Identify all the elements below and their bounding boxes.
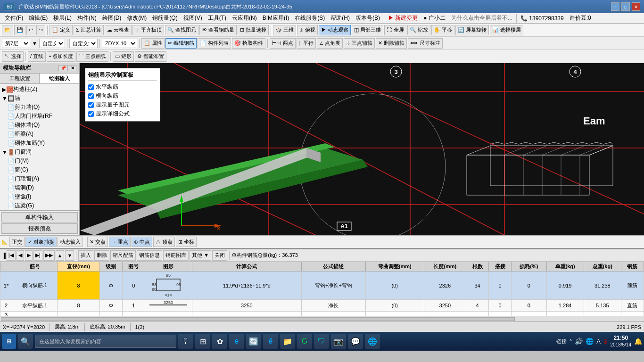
btn-component-list[interactable]: 📄 构件列表 [198, 38, 231, 49]
tree-item[interactable]: 📄 砌体加筋(Y) [1, 139, 78, 148]
tab-project-settings[interactable]: 工程设置 [0, 74, 40, 83]
btn-del-axis[interactable]: ✕ 删除辅轴 [376, 38, 407, 49]
btn-redo[interactable]: ↪ [36, 25, 45, 35]
checkbox-transverse-rebar[interactable]: 横向纵筋 [88, 91, 157, 100]
tree-item[interactable]: 📄 门联窗(A) [1, 174, 78, 183]
table-scrollbar[interactable] [0, 316, 644, 321]
taskbar-icon-shield[interactable]: 🛡 [314, 334, 329, 349]
btn-first[interactable]: |◀ [7, 250, 16, 261]
line-def-select[interactable]: 自定义线 [69, 39, 98, 48]
taskbar-icon-sync[interactable]: 🔄 [246, 334, 261, 349]
btn-local-3d[interactable]: ◫ 局部三维 [352, 25, 383, 35]
scrollbar-thumb[interactable] [1, 317, 515, 321]
btn-cloud-check[interactable]: ☁ 云检查 [105, 25, 132, 35]
btn-dim-mark[interactable]: ⟺ 尺寸标注 [408, 38, 442, 49]
tree-item[interactable]: 📄 门(M) [1, 156, 78, 165]
minimize-button[interactable]: ─ [611, 2, 619, 11]
tray-volume[interactable]: 🔊 [575, 337, 583, 345]
tray-lang-s[interactable]: S [603, 338, 608, 345]
taskbar-icon-mic[interactable]: 🎙 [178, 334, 193, 349]
btn-play[interactable]: ▶ [25, 250, 33, 261]
floor-select[interactable]: 第7层 [2, 39, 30, 48]
tree-item[interactable]: 📄 壁龛(I) [1, 192, 78, 201]
taskbar-icon-chat[interactable]: 💬 [348, 334, 363, 349]
btn-calc[interactable]: Σ 汇总计算 [74, 25, 104, 35]
code-select[interactable]: ZDYX-10 [102, 39, 137, 48]
panel-pin-btn[interactable]: 📌 [58, 65, 68, 71]
btn-dynamic-input[interactable]: 动态输入 [58, 237, 83, 247]
btn-report-preview[interactable]: 报表预览 [1, 223, 78, 234]
btn-snap-endpoint[interactable]: △ 顶点 [153, 237, 175, 247]
btn-select-floor[interactable]: 📊 选择楼层 [490, 25, 523, 35]
menu-edit[interactable]: 编辑(E) [26, 13, 50, 23]
tray-link[interactable]: 链接 [556, 338, 567, 345]
btn-two-point[interactable]: ⊢⊣ 两点 [270, 38, 296, 49]
data-table-wrap[interactable]: 筋号 直径(mm) 级别 图号 图形 计算公式 公式描述 弯曲调整(mm) 长度… [0, 262, 644, 316]
tree-item[interactable]: 📄 人防门框墙(RF [1, 112, 78, 121]
taskbar-icon-camera[interactable]: 📷 [331, 334, 346, 349]
btn-pick-component[interactable]: 🎯 拾取构件 [232, 38, 265, 49]
menu-cloud[interactable]: 云应用(N) [229, 13, 260, 23]
btn-prev[interactable]: ◀ [17, 250, 24, 261]
custom-select[interactable]: 自定义 [39, 39, 65, 48]
tree-item[interactable]: 📄 窗(C) [1, 165, 78, 174]
btn-3d[interactable]: 🎲 三维 [273, 25, 296, 35]
btn-parallel[interactable]: ∥ 平行 [297, 38, 316, 49]
menu-component[interactable]: 构件(N) [74, 13, 99, 23]
btn-rectangle[interactable]: ▭ 矩形 [113, 51, 134, 62]
menu-bim[interactable]: BIM应用(I) [260, 13, 292, 23]
menu-gxe[interactable]: ● 广小二 [421, 13, 448, 23]
taskbar-icon-ie[interactable]: ê [263, 334, 278, 349]
btn-snap-intersect[interactable]: ✕ 交点 [87, 237, 108, 247]
btn-scale-rebar[interactable]: 缩尺配筋 [110, 250, 136, 261]
btn-next[interactable]: ▶| [33, 250, 42, 261]
btn-property[interactable]: 📋 属性 [141, 38, 165, 49]
tray-network[interactable]: 🌐 [586, 337, 594, 345]
taskbar-icon-edge[interactable]: e [229, 334, 244, 349]
tray-notification[interactable]: 🔔 [634, 337, 642, 345]
btn-snap-center[interactable]: ⊕ 中点 [132, 237, 152, 247]
btn-nav-down[interactable]: ▼ [65, 250, 74, 261]
tree-item[interactable]: 📄 墙洞(D) [1, 183, 78, 192]
clock[interactable]: 21:50 2018/5/14 [611, 335, 632, 348]
tray-caret[interactable]: ^ [570, 338, 572, 344]
menu-version[interactable]: 版本号(B) [353, 13, 383, 23]
menu-tools[interactable]: 工具(T) [205, 13, 229, 23]
tray-lang-a[interactable]: A [596, 338, 601, 345]
btn-align-top[interactable]: ⊤ 平齐板顶 [132, 25, 164, 35]
tree-item[interactable]: 📄 连梁(G) [1, 201, 78, 210]
btn-rotate[interactable]: 🔄 屏幕旋转 [455, 25, 489, 35]
menu-rebar-qty[interactable]: 钢筋量(Q) [149, 13, 180, 23]
btn-pan[interactable]: ✋ 平移 [431, 25, 454, 35]
tree-item[interactable]: ▶ 🧱 构造柱(Z) [1, 85, 78, 94]
btn-open[interactable]: 📂 [2, 25, 13, 35]
tree-item[interactable]: 📄 剪力墙(Q) [1, 103, 78, 112]
tree-item[interactable]: 📄 暗梁(A) [1, 130, 78, 139]
restore-button[interactable]: □ [621, 2, 630, 11]
menu-view[interactable]: 视图(V) [181, 13, 205, 23]
btn-point-length[interactable]: • 点加长度 [47, 51, 75, 62]
cell-diameter[interactable]: 8 [58, 272, 100, 300]
btn-save[interactable]: 💾 [14, 25, 25, 35]
menu-file[interactable]: 文件(F) [2, 13, 26, 23]
btn-edit-rebar[interactable]: ✏ 编辑钢筋 [165, 38, 197, 49]
btn-nav-up[interactable]: ▲ [56, 250, 65, 261]
menu-price[interactable]: 造价豆:0 [567, 13, 594, 23]
menu-modify[interactable]: 修改(M) [124, 13, 149, 23]
cell-fignum[interactable]: 1 [122, 300, 145, 312]
taskbar-icon-folder[interactable]: 📁 [280, 334, 295, 349]
btn-line[interactable]: / 直线 [28, 51, 46, 62]
tab-draw-input[interactable]: 绘图输入 [40, 74, 79, 83]
checkbox-horizontal-rebar[interactable]: 水平纵筋 [88, 82, 157, 91]
checkbox-show-formula[interactable]: 显示详细公式 [88, 109, 157, 118]
tree-item[interactable]: ▼ 🚪 门窗洞 [1, 148, 78, 156]
btn-delete[interactable]: 删除 [94, 250, 109, 261]
btn-three-arc[interactable]: ⌒ 三点画弧 [76, 51, 108, 62]
cell-diameter[interactable]: 8 [58, 300, 100, 312]
menu-draw[interactable]: 绘图(D) [99, 13, 124, 23]
btn-view-rebar[interactable]: 👁 查看钢筋量 [199, 25, 237, 35]
table-row[interactable]: 1* 横向纵筋.1 8 Φ 0 95 83 80 95 414 [0, 272, 644, 300]
taskbar-icon-globe[interactable]: 🌐 [365, 334, 380, 349]
btn-other[interactable]: 其他 ▼ [190, 250, 211, 261]
btn-rebar-lib[interactable]: 钢筋图库 [163, 250, 189, 261]
